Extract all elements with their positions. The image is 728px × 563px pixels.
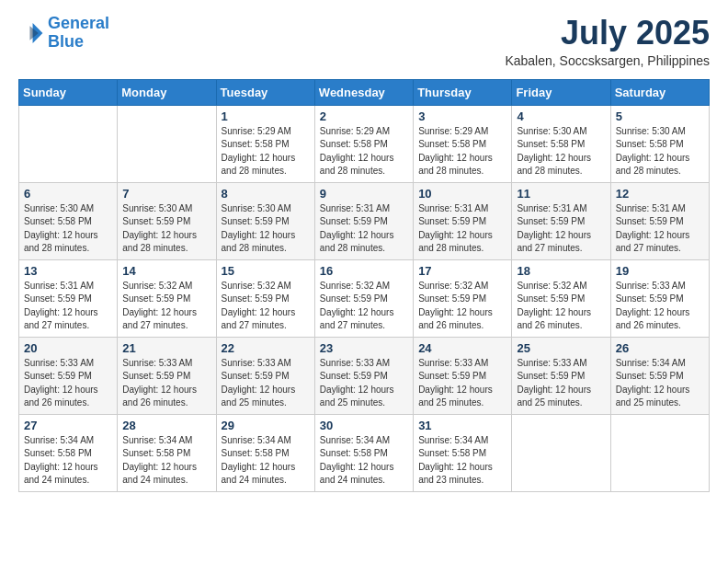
day-number: 28: [122, 419, 210, 432]
day-number: 19: [616, 264, 704, 278]
week-row-2: 6 Sunrise: 5:30 AMSunset: 5:58 PMDayligh…: [19, 182, 710, 259]
day-info: Sunrise: 5:34 AMSunset: 5:58 PMDaylight:…: [24, 434, 112, 488]
weekday-header-friday: Friday: [512, 79, 610, 105]
calendar-cell: 1 Sunrise: 5:29 AMSunset: 5:58 PMDayligh…: [216, 105, 314, 182]
calendar-cell: 29 Sunrise: 5:34 AMSunset: 5:58 PMDaylig…: [216, 414, 314, 491]
week-row-5: 27 Sunrise: 5:34 AMSunset: 5:58 PMDaylig…: [19, 414, 710, 491]
calendar-cell: 25 Sunrise: 5:33 AMSunset: 5:59 PMDaylig…: [512, 337, 610, 414]
day-info: Sunrise: 5:33 AMSunset: 5:59 PMDaylight:…: [122, 357, 210, 410]
calendar-cell: 4 Sunrise: 5:30 AMSunset: 5:58 PMDayligh…: [512, 105, 610, 182]
calendar-cell: [118, 105, 216, 182]
day-info: Sunrise: 5:31 AMSunset: 5:59 PMDaylight:…: [418, 202, 506, 256]
day-info: Sunrise: 5:32 AMSunset: 5:59 PMDaylight:…: [222, 280, 310, 333]
day-number: 21: [122, 341, 210, 355]
day-number: 18: [517, 264, 605, 278]
logo-text: General Blue: [48, 15, 109, 52]
day-number: 14: [122, 264, 210, 278]
day-info: Sunrise: 5:34 AMSunset: 5:59 PMDaylight:…: [616, 357, 704, 410]
day-number: 5: [616, 109, 704, 123]
day-number: 6: [24, 187, 112, 201]
day-info: Sunrise: 5:30 AMSunset: 5:59 PMDaylight:…: [222, 202, 310, 256]
day-number: 16: [320, 264, 408, 278]
day-info: Sunrise: 5:32 AMSunset: 5:59 PMDaylight:…: [418, 280, 506, 333]
calendar-cell: 12 Sunrise: 5:31 AMSunset: 5:59 PMDaylig…: [610, 182, 709, 259]
week-row-3: 13 Sunrise: 5:31 AMSunset: 5:59 PMDaylig…: [19, 259, 710, 337]
day-info: Sunrise: 5:31 AMSunset: 5:59 PMDaylight:…: [517, 202, 605, 256]
day-info: Sunrise: 5:29 AMSunset: 5:58 PMDaylight:…: [320, 125, 408, 178]
logo: General Blue: [18, 15, 109, 52]
calendar-cell: 19 Sunrise: 5:33 AMSunset: 5:59 PMDaylig…: [610, 259, 709, 337]
day-info: Sunrise: 5:30 AMSunset: 5:58 PMDaylight:…: [616, 125, 704, 178]
calendar-cell: 22 Sunrise: 5:33 AMSunset: 5:59 PMDaylig…: [216, 337, 314, 414]
location-title: Kabalen, Soccsksargen, Philippines: [505, 53, 710, 68]
calendar-cell: [610, 414, 709, 491]
calendar-cell: 13 Sunrise: 5:31 AMSunset: 5:59 PMDaylig…: [19, 259, 118, 337]
day-number: 24: [418, 341, 506, 355]
calendar-cell: 20 Sunrise: 5:33 AMSunset: 5:59 PMDaylig…: [19, 337, 118, 414]
week-row-4: 20 Sunrise: 5:33 AMSunset: 5:59 PMDaylig…: [19, 337, 710, 414]
day-number: 31: [418, 419, 506, 432]
calendar-cell: 27 Sunrise: 5:34 AMSunset: 5:58 PMDaylig…: [19, 414, 118, 491]
calendar-cell: 2 Sunrise: 5:29 AMSunset: 5:58 PMDayligh…: [314, 105, 413, 182]
day-info: Sunrise: 5:30 AMSunset: 5:58 PMDaylight:…: [517, 125, 605, 178]
day-info: Sunrise: 5:29 AMSunset: 5:58 PMDaylight:…: [222, 125, 310, 178]
day-info: Sunrise: 5:33 AMSunset: 5:59 PMDaylight:…: [418, 357, 506, 410]
day-info: Sunrise: 5:31 AMSunset: 5:59 PMDaylight:…: [616, 202, 704, 256]
title-block: July 2025 Kabalen, Soccsksargen, Philipp…: [505, 15, 710, 68]
calendar-cell: 14 Sunrise: 5:32 AMSunset: 5:59 PMDaylig…: [118, 259, 216, 337]
day-info: Sunrise: 5:34 AMSunset: 5:58 PMDaylight:…: [320, 434, 408, 488]
calendar-cell: 17 Sunrise: 5:32 AMSunset: 5:59 PMDaylig…: [414, 259, 512, 337]
weekday-header-row: SundayMondayTuesdayWednesdayThursdayFrid…: [19, 79, 710, 105]
day-number: 22: [222, 341, 310, 355]
day-info: Sunrise: 5:32 AMSunset: 5:59 PMDaylight:…: [122, 280, 210, 333]
day-number: 10: [418, 187, 506, 201]
day-number: 17: [418, 264, 506, 278]
day-number: 26: [616, 341, 704, 355]
calendar-cell: 30 Sunrise: 5:34 AMSunset: 5:58 PMDaylig…: [314, 414, 413, 491]
day-number: 1: [222, 109, 310, 123]
day-info: Sunrise: 5:31 AMSunset: 5:59 PMDaylight:…: [320, 202, 408, 256]
day-number: 29: [222, 419, 310, 432]
calendar-cell: 8 Sunrise: 5:30 AMSunset: 5:59 PMDayligh…: [216, 182, 314, 259]
day-number: 20: [24, 341, 112, 355]
day-number: 25: [517, 341, 605, 355]
day-info: Sunrise: 5:30 AMSunset: 5:59 PMDaylight:…: [122, 202, 210, 256]
page-header: General Blue July 2025 Kabalen, Soccsksa…: [18, 15, 710, 68]
day-number: 23: [320, 341, 408, 355]
weekday-header-thursday: Thursday: [414, 79, 512, 105]
day-number: 4: [517, 109, 605, 123]
day-number: 9: [320, 187, 408, 201]
weekday-header-wednesday: Wednesday: [314, 79, 413, 105]
day-info: Sunrise: 5:33 AMSunset: 5:59 PMDaylight:…: [24, 357, 112, 410]
weekday-header-sunday: Sunday: [19, 79, 118, 105]
calendar-table: SundayMondayTuesdayWednesdayThursdayFrid…: [18, 79, 710, 492]
day-number: 7: [122, 187, 210, 201]
calendar-cell: 18 Sunrise: 5:32 AMSunset: 5:59 PMDaylig…: [512, 259, 610, 337]
calendar-cell: 7 Sunrise: 5:30 AMSunset: 5:59 PMDayligh…: [118, 182, 216, 259]
day-number: 12: [616, 187, 704, 201]
weekday-header-saturday: Saturday: [610, 79, 709, 105]
calendar-cell: 24 Sunrise: 5:33 AMSunset: 5:59 PMDaylig…: [414, 337, 512, 414]
day-info: Sunrise: 5:33 AMSunset: 5:59 PMDaylight:…: [616, 280, 704, 333]
day-info: Sunrise: 5:34 AMSunset: 5:58 PMDaylight:…: [222, 434, 310, 488]
day-number: 3: [418, 109, 506, 123]
day-number: 15: [222, 264, 310, 278]
calendar-cell: 5 Sunrise: 5:30 AMSunset: 5:58 PMDayligh…: [610, 105, 709, 182]
day-info: Sunrise: 5:29 AMSunset: 5:58 PMDaylight:…: [418, 125, 506, 178]
weekday-header-tuesday: Tuesday: [216, 79, 314, 105]
calendar-cell: 15 Sunrise: 5:32 AMSunset: 5:59 PMDaylig…: [216, 259, 314, 337]
day-info: Sunrise: 5:34 AMSunset: 5:58 PMDaylight:…: [122, 434, 210, 488]
day-info: Sunrise: 5:33 AMSunset: 5:59 PMDaylight:…: [222, 357, 310, 410]
day-number: 13: [24, 264, 112, 278]
calendar-cell: 10 Sunrise: 5:31 AMSunset: 5:59 PMDaylig…: [414, 182, 512, 259]
calendar-cell: [512, 414, 610, 491]
calendar-cell: 31 Sunrise: 5:34 AMSunset: 5:58 PMDaylig…: [414, 414, 512, 491]
week-row-1: 1 Sunrise: 5:29 AMSunset: 5:58 PMDayligh…: [19, 105, 710, 182]
day-info: Sunrise: 5:31 AMSunset: 5:59 PMDaylight:…: [24, 280, 112, 333]
calendar-cell: 16 Sunrise: 5:32 AMSunset: 5:59 PMDaylig…: [314, 259, 413, 337]
calendar-cell: 26 Sunrise: 5:34 AMSunset: 5:59 PMDaylig…: [610, 337, 709, 414]
calendar-cell: 11 Sunrise: 5:31 AMSunset: 5:59 PMDaylig…: [512, 182, 610, 259]
day-number: 2: [320, 109, 408, 123]
day-info: Sunrise: 5:34 AMSunset: 5:58 PMDaylight:…: [418, 434, 506, 488]
day-info: Sunrise: 5:32 AMSunset: 5:59 PMDaylight:…: [320, 280, 408, 333]
